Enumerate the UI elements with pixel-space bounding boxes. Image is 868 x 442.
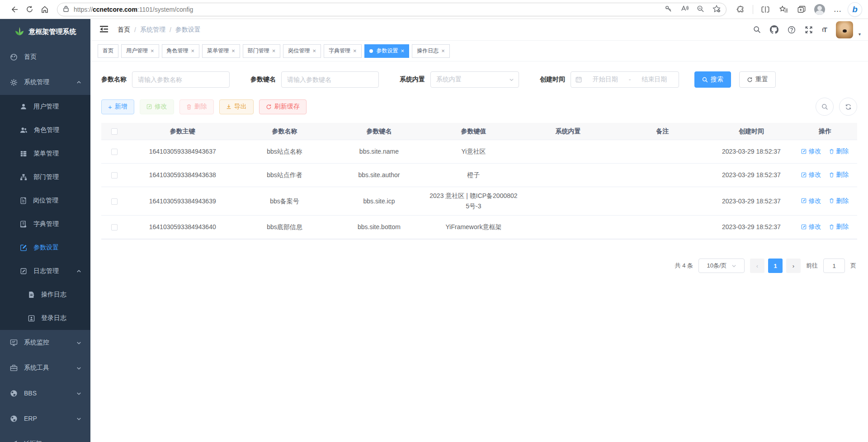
extensions-icon[interactable] — [733, 3, 748, 16]
row-delete-button[interactable]: 删除 — [829, 196, 849, 206]
sidebar-item-operation-log[interactable]: 操作日志 — [0, 283, 90, 306]
add-favorite-star-icon[interactable] — [712, 5, 721, 14]
zoom-out-icon[interactable] — [697, 5, 704, 14]
browser-back-icon[interactable] — [6, 3, 22, 16]
row-checkbox[interactable] — [111, 149, 118, 155]
edit-icon — [801, 149, 807, 154]
row-edit-button[interactable]: 修改 — [801, 221, 821, 232]
tab-role-management[interactable]: 角色管理× — [162, 44, 200, 58]
tab-close-icon[interactable]: × — [191, 48, 195, 54]
breadcrumb-item-system[interactable]: 系统管理 — [140, 26, 165, 34]
tab-close-icon[interactable]: × — [312, 48, 316, 54]
breadcrumb-item-home[interactable]: 首页 — [118, 26, 130, 34]
tab-parameter-settings[interactable]: 参数设置× — [364, 44, 410, 58]
tab-post-management[interactable]: 岗位管理× — [283, 44, 321, 58]
param-name-input[interactable] — [132, 71, 230, 88]
sidebar-item-post-management[interactable]: 岗位管理 — [0, 189, 90, 212]
start-date-placeholder[interactable]: 开始日期 — [585, 75, 625, 84]
tab-close-icon[interactable]: × — [353, 48, 357, 54]
browser-profile-icon[interactable] — [812, 3, 827, 16]
copilot-bing-icon[interactable]: b — [848, 3, 862, 16]
row-delete-button[interactable]: 删除 — [829, 221, 849, 232]
sidebar-item-log-management[interactable]: 日志管理 — [0, 259, 90, 283]
table-search-toggle-icon[interactable] — [816, 98, 834, 116]
url-text[interactable]: https://ccnetcore.com:1101/system/config — [74, 6, 665, 13]
delete-button[interactable]: 删除 — [179, 99, 214, 114]
sidebar-item-yi-framework[interactable]: Yi框架 — [0, 431, 90, 442]
tab-close-icon[interactable]: × — [151, 48, 154, 54]
sidebar-item-system-management[interactable]: 系统管理 — [0, 70, 90, 95]
reset-button[interactable]: 重置 — [739, 71, 776, 88]
row-delete-button[interactable]: 删除 — [829, 169, 849, 180]
edit-button[interactable]: 修改 — [140, 99, 174, 114]
end-date-placeholder[interactable]: 结束日期 — [634, 75, 674, 84]
sidebar-item-parameter-settings[interactable]: 参数设置 — [0, 236, 90, 259]
sidebar-toggle-icon[interactable] — [97, 23, 111, 37]
read-aloud-icon[interactable] — [680, 5, 689, 14]
sidebar-item-login-log[interactable]: 登录日志 — [0, 306, 90, 330]
select-all-checkbox[interactable] — [111, 128, 118, 135]
goto-page-input[interactable] — [823, 259, 845, 273]
param-key-input[interactable] — [281, 71, 379, 88]
sidebar-item-label: 系统工具 — [24, 364, 76, 372]
header-search-icon[interactable] — [753, 26, 761, 33]
sidebar-item-bbs[interactable]: BBS — [0, 381, 90, 406]
date-range-picker[interactable]: 开始日期 - 结束日期 — [571, 71, 679, 88]
search-button[interactable]: 搜索 — [694, 71, 731, 88]
sidebar-item-label: 用户管理 — [33, 103, 81, 111]
row-edit-button[interactable]: 修改 — [801, 169, 821, 180]
table-refresh-icon[interactable] — [839, 98, 857, 116]
row-checkbox[interactable] — [111, 172, 118, 179]
page-number-button[interactable]: 1 — [768, 259, 783, 273]
tab-close-icon[interactable]: × — [231, 48, 235, 54]
add-button[interactable]: +新增 — [101, 99, 134, 114]
browser-home-icon[interactable] — [37, 3, 52, 16]
favorites-bar-icon[interactable] — [776, 3, 791, 16]
tab-close-icon[interactable]: × — [441, 48, 445, 54]
next-page-button[interactable]: › — [786, 259, 801, 273]
address-bar[interactable]: https://ccnetcore.com:1101/system/config — [57, 3, 726, 16]
avatar-caret-icon[interactable]: ▾ — [859, 32, 861, 38]
tab-department-management[interactable]: 部门管理× — [243, 44, 281, 58]
tab-close-icon[interactable]: × — [401, 48, 405, 54]
row-delete-button[interactable]: 删除 — [829, 146, 849, 156]
collections-icon[interactable] — [794, 3, 809, 16]
sidebar-item-dictionary-management[interactable]: 字典管理 — [0, 212, 90, 236]
row-edit-button[interactable]: 修改 — [801, 146, 821, 156]
tab-home[interactable]: 首页 — [98, 44, 118, 58]
sidebar-item-role-management[interactable]: 角色管理 — [0, 118, 90, 142]
sidebar-item-user-management[interactable]: 用户管理 — [0, 95, 90, 118]
split-screen-icon[interactable] — [758, 3, 773, 16]
sidebar-item-department-management[interactable]: 部门管理 — [0, 165, 90, 189]
tab-menu-management[interactable]: 菜单管理× — [202, 44, 240, 58]
row-edit-button[interactable]: 修改 — [801, 196, 821, 206]
fullscreen-icon[interactable] — [805, 26, 813, 34]
tab-user-management[interactable]: 用户管理× — [121, 44, 159, 58]
param-key-label: 参数键名 — [250, 75, 276, 84]
prev-page-button[interactable]: ‹ — [750, 259, 764, 273]
tab-dictionary-management[interactable]: 字典管理× — [324, 44, 362, 58]
lock-icon[interactable] — [63, 5, 69, 14]
github-icon[interactable] — [770, 25, 778, 34]
sidebar-item-system-monitor[interactable]: 系统监控 — [0, 330, 90, 355]
font-size-icon[interactable]: tT — [822, 26, 827, 33]
sidebar-item-erp[interactable]: ERP — [0, 406, 90, 431]
sidebar-item-label: 角色管理 — [34, 126, 81, 134]
browser-refresh-icon[interactable] — [22, 3, 37, 16]
row-checkbox[interactable] — [111, 198, 118, 205]
row-checkbox[interactable] — [111, 224, 118, 230]
page-size-select[interactable]: 10条/页 — [698, 259, 745, 273]
sidebar-item-menu-management[interactable]: 菜单管理 — [0, 142, 90, 165]
help-icon[interactable] — [788, 26, 796, 34]
builtin-select[interactable]: 系统内置 — [430, 71, 519, 88]
password-key-icon[interactable] — [665, 5, 672, 14]
sidebar-item-home[interactable]: 首页 — [0, 44, 90, 70]
tab-operation-log[interactable]: 操作日志× — [412, 44, 450, 58]
tab-close-icon[interactable]: × — [272, 48, 276, 54]
trash-icon — [829, 198, 834, 203]
sidebar-item-system-tools[interactable]: 系统工具 — [0, 355, 90, 381]
refresh-cache-button[interactable]: 刷新缓存 — [259, 99, 307, 114]
export-button[interactable]: 导出 — [219, 99, 254, 114]
browser-more-icon[interactable]: … — [830, 3, 845, 16]
user-avatar[interactable] — [836, 21, 853, 38]
